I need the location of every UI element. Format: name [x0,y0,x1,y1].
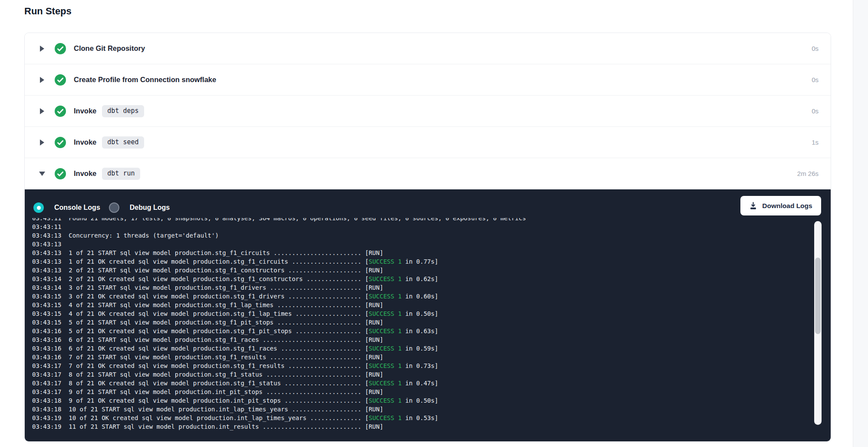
success-check-icon [55,74,66,86]
log-line: 03:43:11 Found 21 models, 17 tests, 0 sn… [32,218,811,222]
step-duration: 1s [812,139,819,146]
expand-caret-icon[interactable] [39,46,46,52]
expand-caret-icon[interactable] [39,108,46,114]
download-icon [749,202,757,210]
log-success-label: SUCCESS 1 [368,380,401,387]
step-row-clone-git-repository[interactable]: Clone Git Repository 0s [25,33,831,64]
log-type-radio-group: Console Logs Debug Logs [33,197,170,218]
log-success-label: SUCCESS 1 [368,345,401,352]
log-line: 03:43:15 4 of 21 START sql view model pr… [32,301,811,309]
step-row-invoke-dbt-run[interactable]: Invoke dbt run 2m 26s [25,158,831,189]
log-line: 03:43:19 11 of 21 START sql view model p… [32,422,811,431]
log-line: 03:43:19 10 of 21 OK created sql view mo… [32,414,811,422]
console-panel: Console Logs Debug Logs Download Logs 03… [25,189,831,441]
step-title: Clone Git Repository [74,44,145,53]
expand-caret-icon[interactable] [39,77,46,83]
log-line: 03:43:17 8 of 21 OK created sql view mod… [32,379,811,387]
download-logs-label: Download Logs [762,202,812,210]
log-line: 03:43:16 5 of 21 OK created sql view mod… [32,327,811,335]
log-success-label: SUCCESS 1 [368,293,401,300]
step-row-create-profile[interactable]: Create Profile from Connection snowflake… [25,64,831,96]
radio-console-logs[interactable]: Console Logs [33,202,100,213]
collapse-caret-icon[interactable] [39,172,46,176]
log-line: 03:43:16 6 of 21 START sql view model pr… [32,335,811,344]
log-line: 03:43:17 9 of 21 START sql view model pr… [32,387,811,396]
right-edge-strip [853,0,868,447]
step-row-invoke-dbt-deps[interactable]: Invoke dbt deps 0s [25,96,831,127]
step-duration: 0s [812,107,819,115]
log-line: 03:43:13 [32,240,811,248]
log-line: 03:43:17 8 of 21 START sql view model pr… [32,370,811,379]
log-line: 03:43:13 1 of 21 OK created sql view mod… [32,257,811,266]
log-viewport[interactable]: 03:43:11 Found 21 models, 17 tests, 0 sn… [32,218,811,441]
step-duration: 0s [812,76,819,83]
step-duration: 0s [812,45,819,52]
log-line: 03:43:18 9 of 21 OK created sql view mod… [32,396,811,405]
command-badge: dbt seed [102,136,144,149]
success-check-icon [55,137,66,148]
log-success-label: SUCCESS 1 [368,310,401,317]
log-scrollbar-thumb[interactable] [815,258,821,334]
log-line: 03:43:16 7 of 21 START sql view model pr… [32,353,811,361]
run-steps-card: Clone Git Repository 0s Create Profile f… [24,33,831,442]
log-line: 03:43:18 10 of 21 START sql view model p… [32,405,811,414]
log-line: 03:43:17 7 of 21 OK created sql view mod… [32,361,811,370]
radio-label[interactable]: Debug Logs [130,204,170,212]
step-title: Create Profile from Connection snowflake [74,76,216,84]
log-success-label: SUCCESS 1 [368,414,401,421]
success-check-icon [55,43,66,54]
log-line: 03:43:13 1 of 21 START sql view model pr… [32,248,811,257]
log-line: 03:43:15 5 of 21 START sql view model pr… [32,318,811,327]
radio-label[interactable]: Console Logs [54,204,100,212]
command-badge: dbt deps [102,105,144,117]
page-title: Run Steps [24,5,72,18]
log-success-label: SUCCESS 1 [368,275,401,282]
expand-caret-icon[interactable] [39,139,46,146]
log-success-label: SUCCESS 1 [368,397,401,404]
radio-debug-logs[interactable]: Debug Logs [109,202,170,213]
download-logs-button[interactable]: Download Logs [740,196,821,215]
log-line: 03:43:15 4 of 21 OK created sql view mod… [32,309,811,318]
log-line: 03:43:15 3 of 21 OK created sql view mod… [32,292,811,301]
log-line: 03:43:16 6 of 21 OK created sql view mod… [32,344,811,353]
log-line: 03:43:13 2 of 21 START sql view model pr… [32,266,811,275]
log-line: 03:43:14 3 of 21 START sql view model pr… [32,283,811,292]
log-success-label: SUCCESS 1 [368,362,401,369]
step-title: Invoke [74,138,96,146]
radio-unselected-icon[interactable] [109,202,119,213]
log-line: 03:43:13 Concurrency: 1 threads (target=… [32,231,811,240]
radio-selected-icon[interactable] [33,202,44,213]
step-title: Invoke [74,169,96,178]
log-scrollbar[interactable] [814,221,822,425]
success-check-icon [55,106,66,117]
log-success-label: SUCCESS 1 [368,258,401,265]
log-line: 03:43:11 [32,222,811,231]
success-check-icon [55,168,66,179]
step-row-invoke-dbt-seed[interactable]: Invoke dbt seed 1s [25,127,831,158]
command-badge: dbt run [102,168,140,180]
log-success-label: SUCCESS 1 [368,328,401,334]
log-content: 03:43:11 Found 21 models, 17 tests, 0 sn… [32,218,811,431]
step-duration: 2m 26s [797,170,819,177]
step-title: Invoke [74,107,96,115]
log-line: 03:43:14 2 of 21 OK created sql view mod… [32,275,811,283]
